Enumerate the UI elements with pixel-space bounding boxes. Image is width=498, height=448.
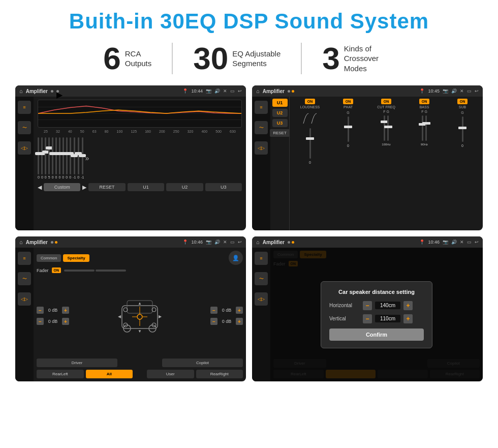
fader-slider-2[interactable] <box>96 270 126 272</box>
eq-slider-7[interactable]: 0 <box>58 137 60 179</box>
eq-slider-2[interactable]: 0 <box>41 137 43 179</box>
sub-slider[interactable] <box>462 116 463 142</box>
dialog-sidebar-wave[interactable]: 〜 <box>255 272 268 285</box>
phat-slider[interactable] <box>348 116 349 142</box>
cutfreq-toggle[interactable]: ON <box>381 99 392 104</box>
back-icon-2[interactable]: ↩ <box>475 88 479 94</box>
eq-preset-u2[interactable]: U2 <box>166 183 203 191</box>
eq-slider-10[interactable]: 0 <box>69 137 71 179</box>
eq-slider-11[interactable]: -1 <box>73 137 76 179</box>
minimize-icon[interactable]: ▭ <box>230 88 235 94</box>
dialog-vertical-value: 110cm <box>375 315 400 322</box>
close-icon[interactable]: ✕ <box>223 88 227 94</box>
tab-specialty[interactable]: Specialty <box>63 254 89 262</box>
dialog-horizontal-minus[interactable]: − <box>363 301 372 310</box>
vol-minus-rl[interactable]: − <box>37 318 44 325</box>
close-icon-3[interactable]: ✕ <box>223 240 227 245</box>
fader-slider-1[interactable] <box>64 270 95 272</box>
fader-sidebar-wave[interactable]: 〜 <box>18 272 31 285</box>
back-icon-4[interactable]: ↩ <box>475 240 479 245</box>
btn-rearleft[interactable]: RearLeft <box>37 370 84 378</box>
amp-preset-u1[interactable]: U1 <box>272 99 288 107</box>
phat-toggle[interactable]: ON <box>343 99 354 104</box>
eq-preset-u3[interactable]: U3 <box>205 183 242 191</box>
eq-preset-u1[interactable]: U1 <box>128 183 164 191</box>
amp-sidebar-filter[interactable]: ≡ <box>255 101 268 114</box>
vol-plus-fr[interactable]: + <box>236 307 243 314</box>
vol-plus-fl[interactable]: + <box>62 307 69 314</box>
close-icon-4[interactable]: ✕ <box>460 240 464 245</box>
home-icon-2[interactable]: ⌂ <box>256 88 260 94</box>
location-icon-4: 📍 <box>419 240 425 245</box>
dialog-sidebar-vol[interactable]: ◁▷ <box>255 292 268 306</box>
btn-all[interactable]: All <box>86 370 133 378</box>
eq-preset-reset[interactable]: RESET <box>88 183 125 191</box>
eq-slider-5[interactable]: 0 <box>52 137 54 179</box>
home-icon[interactable]: ⌂ <box>19 88 23 94</box>
btn-copilot[interactable]: Copilot <box>162 359 243 367</box>
eq-slider-1[interactable]: 0 <box>38 137 40 179</box>
minimize-icon-4[interactable]: ▭ <box>467 240 472 245</box>
fader-sliders <box>64 270 126 272</box>
tab-common[interactable]: Common <box>37 254 61 262</box>
eq-slider-9[interactable]: 0 <box>66 137 68 179</box>
loudness-toggle[interactable]: ON <box>305 99 316 104</box>
dialog-confirm-button[interactable]: Confirm <box>329 328 424 341</box>
vol-plus-rl[interactable]: + <box>62 318 69 325</box>
btn-driver[interactable]: Driver <box>37 359 117 367</box>
person-icon[interactable]: 👤 <box>229 251 243 265</box>
location-icon: 📍 <box>182 88 188 94</box>
bass-freq-label: 90Hz <box>421 143 428 146</box>
dialog-horizontal-plus[interactable]: + <box>403 301 413 310</box>
bass-slider-g[interactable] <box>425 115 427 141</box>
stat-crossover: 3 Kinds ofCrossover Modes <box>302 43 415 74</box>
vol-minus-rr[interactable]: − <box>210 318 217 325</box>
btn-user[interactable]: User <box>147 370 194 378</box>
amp-sidebar-wave[interactable]: 〜 <box>255 121 268 134</box>
eq-prev-btn[interactable]: ◀ <box>38 184 42 191</box>
fader-sidebar-filter[interactable]: ≡ <box>18 252 31 265</box>
screen-fader-sidebar: ≡ 〜 ◁▷ <box>15 248 34 381</box>
home-icon-3[interactable]: ⌂ <box>19 239 23 245</box>
loudness-slider[interactable] <box>309 128 311 159</box>
btn-rearright[interactable]: RearRight <box>196 370 243 378</box>
amp-preset-u3[interactable]: U3 <box>272 119 288 127</box>
eq-sidebar-wave[interactable]: 〜 <box>18 121 31 134</box>
cutfreq-gf-labels: F G <box>383 110 389 113</box>
screen-fader-title: Amplifier <box>26 240 48 245</box>
back-icon[interactable]: ↩ <box>238 88 242 94</box>
cutfreq-slider-g[interactable] <box>387 115 389 141</box>
minimize-icon-3[interactable]: ▭ <box>230 240 235 245</box>
eq-sidebar-vol[interactable]: ◁▷ <box>18 141 31 155</box>
eq-slider-8[interactable]: 0 <box>62 137 64 179</box>
minimize-icon-2[interactable]: ▭ <box>467 88 472 94</box>
fader-sidebar-vol[interactable]: ◁▷ <box>18 292 31 306</box>
eq-slider-12[interactable]: 0 <box>77 137 79 179</box>
amp-reset-btn[interactable]: RESET <box>270 129 290 137</box>
close-icon-2[interactable]: ✕ <box>460 88 464 94</box>
eq-slider-6[interactable]: 0 <box>55 137 57 179</box>
vol-minus-fl[interactable]: − <box>37 307 44 314</box>
eq-next-btn[interactable]: ▶ <box>82 184 86 191</box>
eq-sidebar-filter[interactable]: ≡ <box>18 101 31 114</box>
eq-preset-custom[interactable]: Custom <box>44 183 80 191</box>
home-icon-4[interactable]: ⌂ <box>256 239 260 245</box>
bass-toggle[interactable]: ON <box>419 99 430 104</box>
fader-on-btn[interactable]: ON <box>52 267 61 273</box>
amp-channels-grid: ON LOUDNESS 0 ON PHAT <box>290 97 483 230</box>
cutfreq-slider-f[interactable] <box>384 115 385 141</box>
amp-preset-u2[interactable]: U2 <box>272 109 288 117</box>
stat-rca-text: RCAOutputs <box>125 49 152 69</box>
eq-slider-13[interactable]: -1 <box>81 137 84 179</box>
sub-toggle[interactable]: ON <box>457 99 468 104</box>
back-icon-3[interactable]: ↩ <box>238 240 242 245</box>
vol-minus-fr[interactable]: − <box>210 307 217 314</box>
eq-slider-4[interactable]: 5 <box>48 137 50 179</box>
dialog-vertical-plus[interactable]: + <box>403 314 413 323</box>
eq-slider-3[interactable]: 0 <box>45 137 47 179</box>
dialog-sidebar-filter[interactable]: ≡ <box>255 252 268 265</box>
bass-slider-f[interactable] <box>422 115 423 141</box>
dialog-vertical-minus[interactable]: − <box>363 314 372 323</box>
amp-sidebar-vol[interactable]: ◁▷ <box>255 141 268 155</box>
vol-plus-rr[interactable]: + <box>236 318 243 325</box>
